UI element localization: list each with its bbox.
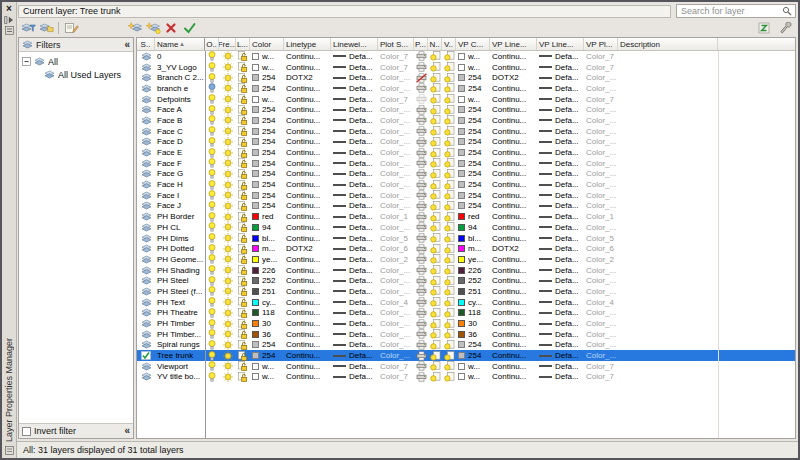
invert-filter-checkbox[interactable] xyxy=(22,427,31,436)
cell-linetype[interactable]: Continu... xyxy=(284,222,331,233)
cell-linetype[interactable]: Continu... xyxy=(284,372,331,383)
cell-vp-plot-style[interactable]: Color_6 xyxy=(584,243,618,254)
cell-lineweight[interactable]: Defa... xyxy=(331,72,378,83)
column-header-1[interactable]: Name▴ xyxy=(155,38,205,50)
cell-color[interactable]: 254 xyxy=(250,115,284,126)
cell-lineweight[interactable]: Defa... xyxy=(331,211,378,222)
cell-lock[interactable] xyxy=(236,275,250,286)
cell-plot[interactable] xyxy=(414,179,428,190)
cell-vp-lineweight[interactable]: Defa... xyxy=(537,62,584,73)
cell-new-vp-freeze[interactable] xyxy=(428,350,442,361)
cell-lock[interactable] xyxy=(236,115,250,126)
layer-row[interactable]: Face A254Continu...Defa...Color_...254Co… xyxy=(137,104,795,115)
cell-lock[interactable] xyxy=(236,169,250,180)
cell-plot-style[interactable]: Color_... xyxy=(378,179,414,190)
cell-layer-name[interactable]: PH CL xyxy=(155,222,205,233)
column-header-9[interactable]: P... xyxy=(414,38,428,50)
cell-vp-linetype[interactable]: Continu... xyxy=(490,51,537,62)
cell-vp-freeze[interactable] xyxy=(442,286,456,297)
cell-new-vp-freeze[interactable] xyxy=(428,104,442,115)
layer-row[interactable]: PH Steel (f...251Continu...Defa...Color_… xyxy=(137,286,795,297)
cell-on[interactable] xyxy=(205,340,219,351)
cell-layer-name[interactable]: Face E xyxy=(155,147,205,158)
cell-plot[interactable] xyxy=(414,158,428,169)
column-header-15[interactable]: VP Pl... xyxy=(584,38,618,50)
layer-row[interactable]: PH Dimsbl...Continu...Defa...Color_5bl..… xyxy=(137,233,795,244)
cell-lock[interactable] xyxy=(236,233,250,244)
cell-color[interactable]: 254 xyxy=(250,201,284,212)
cell-layer-name[interactable]: Branch C 2... xyxy=(155,72,205,83)
cell-freeze[interactable] xyxy=(219,254,236,265)
cell-linetype[interactable]: Continu... xyxy=(284,62,331,73)
cell-color[interactable]: ye... xyxy=(250,254,284,265)
cell-vp-color[interactable]: 254 xyxy=(456,158,490,169)
vp-color-swatch[interactable] xyxy=(458,96,465,103)
cell-freeze[interactable] xyxy=(219,308,236,319)
cell-new-vp-freeze[interactable] xyxy=(428,147,442,158)
column-header-3[interactable]: Fre... xyxy=(219,38,236,50)
cell-vp-plot-style[interactable]: Color_2 xyxy=(584,254,618,265)
cell-lineweight[interactable]: Defa... xyxy=(331,201,378,212)
color-swatch[interactable] xyxy=(252,224,259,231)
cell-layer-name[interactable]: PH Steel (f... xyxy=(155,286,205,297)
cell-description[interactable] xyxy=(618,211,718,222)
cell-vp-lineweight[interactable]: Defa... xyxy=(537,329,584,340)
cell-on[interactable] xyxy=(205,318,219,329)
cell-vp-linetype[interactable]: Continu... xyxy=(490,190,537,201)
cell-vp-lineweight[interactable]: Defa... xyxy=(537,361,584,372)
cell-description[interactable] xyxy=(618,83,718,94)
color-swatch[interactable] xyxy=(252,117,259,124)
cell-vp-lineweight[interactable]: Defa... xyxy=(537,126,584,137)
cell-on[interactable] xyxy=(205,115,219,126)
cell-vp-freeze[interactable] xyxy=(442,222,456,233)
new-group-filter-button[interactable] xyxy=(37,21,55,36)
cell-vp-freeze[interactable] xyxy=(442,158,456,169)
cell-vp-color[interactable]: 254 xyxy=(456,147,490,158)
color-swatch[interactable] xyxy=(252,373,259,380)
cell-plot[interactable] xyxy=(414,286,428,297)
cell-vp-plot-style[interactable]: Color_... xyxy=(584,275,618,286)
layer-row[interactable]: Face F254Continu...Defa...Color_...254Co… xyxy=(137,158,795,169)
cell-description[interactable] xyxy=(618,222,718,233)
cell-plot[interactable] xyxy=(414,222,428,233)
cell-description[interactable] xyxy=(618,158,718,169)
color-swatch[interactable] xyxy=(252,96,259,103)
cell-on[interactable] xyxy=(205,190,219,201)
vp-color-swatch[interactable] xyxy=(458,138,465,145)
color-swatch[interactable] xyxy=(252,277,259,284)
cell-lineweight[interactable]: Defa... xyxy=(331,190,378,201)
cell-plot-style[interactable]: Color_4 xyxy=(378,297,414,308)
cell-on[interactable] xyxy=(205,201,219,212)
cell-vp-linetype[interactable]: Continu... xyxy=(490,137,537,148)
column-header-14[interactable]: VP Line... xyxy=(537,38,584,50)
cell-linetype[interactable]: Continu... xyxy=(284,190,331,201)
cell-description[interactable] xyxy=(618,297,718,308)
cell-vp-freeze[interactable] xyxy=(442,265,456,276)
cell-description[interactable] xyxy=(618,361,718,372)
cell-on[interactable] xyxy=(205,329,219,340)
properties-menu-icon[interactable] xyxy=(3,25,15,36)
cell-new-vp-freeze[interactable] xyxy=(428,83,442,94)
cell-vp-freeze[interactable] xyxy=(442,126,456,137)
cell-on[interactable] xyxy=(205,179,219,190)
cell-plot[interactable] xyxy=(414,94,428,105)
color-swatch[interactable] xyxy=(252,213,259,220)
cell-vp-linetype[interactable]: Continu... xyxy=(490,361,537,372)
vp-color-swatch[interactable] xyxy=(458,106,465,113)
layer-states-manager-button[interactable] xyxy=(62,21,80,36)
cell-on[interactable] xyxy=(205,297,219,308)
cell-new-vp-freeze[interactable] xyxy=(428,62,442,73)
cell-vp-color[interactable]: 254 xyxy=(456,169,490,180)
cell-plot-style[interactable]: Color_... xyxy=(378,126,414,137)
cell-color[interactable]: 118 xyxy=(250,308,284,319)
cell-lock[interactable] xyxy=(236,329,250,340)
cell-vp-plot-style[interactable]: Color_1 xyxy=(584,211,618,222)
cell-linetype[interactable]: Continu... xyxy=(284,329,331,340)
cell-lineweight[interactable]: Defa... xyxy=(331,243,378,254)
cell-vp-lineweight[interactable]: Defa... xyxy=(537,51,584,62)
cell-freeze[interactable] xyxy=(219,83,236,94)
cell-lock[interactable] xyxy=(236,318,250,329)
cell-on[interactable] xyxy=(205,94,219,105)
color-swatch[interactable] xyxy=(252,320,259,327)
cell-linetype[interactable]: Continu... xyxy=(284,254,331,265)
